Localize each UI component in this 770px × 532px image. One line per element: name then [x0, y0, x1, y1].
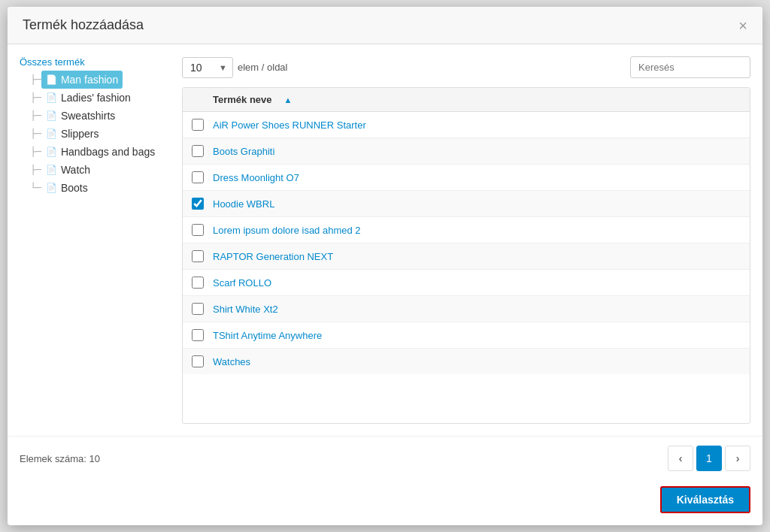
next-page-button[interactable]: ›: [725, 446, 750, 471]
tree-prefix: ├─: [20, 110, 41, 121]
file-icon: 📄: [46, 165, 57, 175]
row-product-name[interactable]: Boots Graphiti: [213, 146, 274, 157]
tree-prefix: ├─: [20, 165, 41, 175]
tree-prefix: ├─: [20, 128, 41, 139]
file-icon: 📄: [46, 183, 57, 193]
elem-count-value: 10: [89, 453, 100, 464]
row-checkbox[interactable]: [192, 250, 204, 262]
select-button[interactable]: Kiválasztás: [660, 486, 750, 513]
row-product-name[interactable]: Watches: [213, 356, 250, 367]
product-table: Termék neve ▲ AiR Power Shoes RUNNER Sta…: [182, 87, 750, 424]
table-row: Shirt White Xt2: [183, 296, 750, 322]
tree-item-wrapper: └─📄Boots: [20, 179, 170, 197]
elem-count: Elemek száma: 10: [20, 453, 100, 464]
tree-prefix: └─: [20, 183, 41, 193]
toolbar: 5102050100 ▼ elem / oldal: [182, 56, 750, 78]
sidebar-item-label: Slippers: [61, 128, 99, 140]
table-row: Hoodie WBRL: [183, 191, 750, 217]
category-tree: ├─📄Man fashion ├─📄Ladies' fashion ├─📄Swe…: [20, 71, 170, 197]
sidebar-item-label: Boots: [61, 182, 88, 194]
row-product-name[interactable]: RAPTOR Generation NEXT: [213, 251, 333, 262]
sidebar-item-boots[interactable]: 📄Boots: [41, 179, 92, 197]
row-checkbox[interactable]: [192, 224, 204, 236]
all-products-link[interactable]: Összes termék: [20, 56, 170, 68]
action-row: Kiválasztás: [8, 480, 762, 525]
row-product-name[interactable]: Scarf ROLLO: [213, 277, 271, 289]
sidebar-item-sweatshirts[interactable]: 📄Sweatshirts: [41, 107, 120, 125]
table-row: AiR Power Shoes RUNNER Starter: [183, 112, 750, 138]
row-checkbox[interactable]: [192, 145, 204, 157]
file-icon: 📄: [46, 147, 57, 157]
table-row: Boots Graphiti: [183, 138, 750, 165]
tree-prefix: ├─: [20, 147, 41, 157]
modal-title: Termék hozzáadása: [23, 17, 144, 33]
sidebar-item-man-fashion[interactable]: 📄Man fashion: [41, 71, 123, 89]
table-row: Lorem ipsum dolore isad ahmed 2: [183, 217, 750, 243]
table-header: Termék neve ▲: [183, 88, 750, 112]
content-area: 5102050100 ▼ elem / oldal Termék neve ▲ …: [182, 56, 750, 424]
row-product-name[interactable]: TShirt Anytime Anywhere: [213, 330, 322, 341]
table-scroll: AiR Power Shoes RUNNER StarterBoots Grap…: [183, 112, 750, 374]
sort-icon[interactable]: ▲: [284, 95, 293, 104]
page-size-control: 5102050100 ▼ elem / oldal: [182, 57, 287, 78]
prev-page-button[interactable]: ‹: [668, 446, 693, 471]
page-label: elem / oldal: [238, 62, 287, 73]
row-checkbox[interactable]: [192, 277, 204, 289]
row-product-name[interactable]: Dress Moonlight O7: [213, 172, 299, 183]
row-checkbox[interactable]: [192, 329, 204, 341]
tree-item-wrapper: ├─📄Ladies' fashion: [20, 89, 170, 107]
modal-header: Termék hozzáadása ×: [8, 7, 762, 44]
row-checkbox[interactable]: [192, 198, 204, 210]
table-row: Dress Moonlight O7: [183, 165, 750, 191]
row-checkbox[interactable]: [192, 171, 204, 183]
table-row: TShirt Anytime Anywhere: [183, 322, 750, 349]
row-checkbox[interactable]: [192, 119, 204, 131]
sidebar-item-watch[interactable]: 📄Watch: [41, 161, 95, 179]
page-size-select[interactable]: 5102050100: [182, 57, 233, 78]
table-row: Watches: [183, 349, 750, 374]
page-1-button[interactable]: 1: [696, 446, 722, 471]
sidebar-item-ladies--fashion[interactable]: 📄Ladies' fashion: [41, 89, 135, 107]
row-product-name[interactable]: AiR Power Shoes RUNNER Starter: [213, 119, 366, 131]
modal-body: Összes termék ├─📄Man fashion ├─📄Ladies' …: [8, 44, 762, 436]
search-input[interactable]: [630, 56, 750, 78]
file-icon: 📄: [46, 74, 57, 85]
tree-prefix: ├─: [20, 74, 41, 85]
row-product-name[interactable]: Hoodie WBRL: [213, 198, 274, 210]
tree-item-wrapper: ├─📄Watch: [20, 161, 170, 179]
column-name-header: Termék neve: [213, 94, 272, 105]
tree-item-wrapper: ├─📄Sweatshirts: [20, 107, 170, 125]
sidebar-item-slippers[interactable]: 📄Slippers: [41, 125, 104, 143]
row-product-name[interactable]: Lorem ipsum dolore isad ahmed 2: [213, 225, 361, 236]
sidebar-item-label: Watch: [61, 164, 90, 176]
sidebar-item-handbags-and-bags[interactable]: 📄Handbags and bags: [41, 143, 159, 161]
tree-item-wrapper: ├─📄Handbags and bags: [20, 143, 170, 161]
tree-item-wrapper: ├─📄Man fashion: [20, 71, 170, 89]
row-product-name[interactable]: Shirt White Xt2: [213, 304, 278, 315]
table-row: Scarf ROLLO: [183, 270, 750, 296]
sidebar: Összes termék ├─📄Man fashion ├─📄Ladies' …: [20, 56, 170, 424]
file-icon: 📄: [46, 110, 57, 121]
close-button[interactable]: ×: [738, 18, 747, 33]
file-icon: 📄: [46, 128, 57, 139]
modal-footer: Elemek száma: 10 ‹ 1 ›: [8, 436, 762, 480]
row-checkbox[interactable]: [192, 303, 204, 315]
pagination: ‹ 1 ›: [668, 446, 750, 471]
tree-prefix: ├─: [20, 92, 41, 103]
tree-item-wrapper: ├─📄Slippers: [20, 125, 170, 143]
add-product-modal: Termék hozzáadása × Összes termék ├─📄Man…: [8, 7, 762, 525]
file-icon: 📄: [46, 92, 57, 103]
page-size-wrapper: 5102050100 ▼: [182, 57, 233, 78]
sidebar-item-label: Sweatshirts: [61, 110, 115, 122]
sidebar-item-label: Man fashion: [61, 74, 118, 86]
sidebar-item-label: Ladies' fashion: [61, 92, 131, 104]
elem-count-label: Elemek száma:: [20, 453, 86, 464]
table-row: RAPTOR Generation NEXT: [183, 243, 750, 270]
row-checkbox[interactable]: [192, 355, 204, 367]
sidebar-item-label: Handbags and bags: [61, 146, 155, 158]
